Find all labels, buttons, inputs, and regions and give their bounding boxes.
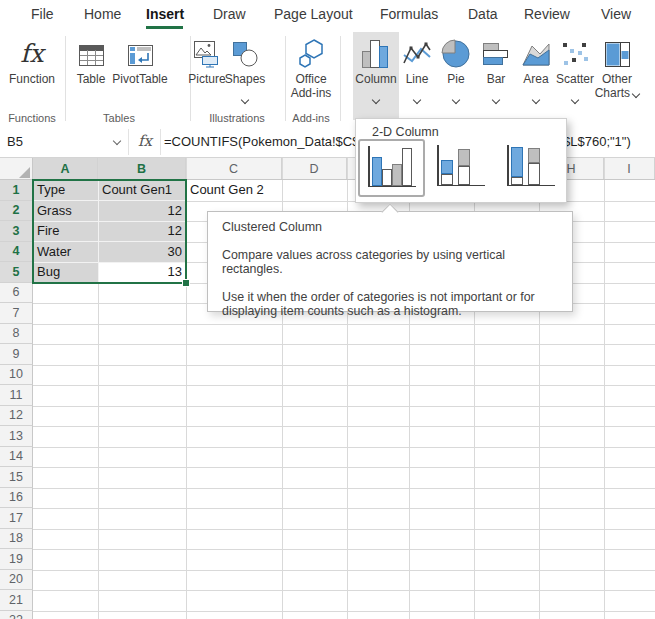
row-header-8[interactable]: 8 xyxy=(0,324,33,345)
100-percent-stacked-column-icon xyxy=(511,177,523,185)
row-header-21[interactable]: 21 xyxy=(0,590,33,611)
tab-view[interactable]: View xyxy=(601,6,631,22)
clustered-column-tooltip: Clustered Column Compare values across c… xyxy=(207,211,573,312)
row-header-4[interactable]: 4 xyxy=(0,242,33,263)
shapes-button[interactable]: Shapes xyxy=(226,32,264,118)
tab-page-layout[interactable]: Page Layout xyxy=(274,6,353,22)
gridline xyxy=(33,508,655,509)
group-label-tables: Tables xyxy=(103,112,135,124)
pie-chart-icon xyxy=(441,32,471,68)
insert-function-button[interactable]: fx xyxy=(138,132,152,150)
row-header-9[interactable]: 9 xyxy=(0,344,33,365)
ribbon-tab-bar: File Home Insert Draw Page Layout Formul… xyxy=(0,0,655,30)
tooltip-title: Clustered Column xyxy=(222,220,558,235)
button-label: PivotTable xyxy=(112,72,167,86)
tab-file[interactable]: File xyxy=(31,6,54,22)
row-header-3[interactable]: 3 xyxy=(0,221,33,242)
stacked-100-column-option[interactable] xyxy=(503,142,557,192)
formula-input-left[interactable]: =COUNTIFS(Pokemon_Data!$C$ xyxy=(164,134,359,149)
area-chart-icon xyxy=(521,32,551,68)
row-header-15[interactable]: 15 xyxy=(0,467,33,488)
picture-icon xyxy=(193,32,221,68)
tab-home[interactable]: Home xyxy=(84,6,121,22)
row-header-11[interactable]: 11 xyxy=(0,385,33,406)
chevron-down-icon xyxy=(414,89,420,107)
row-header-1[interactable]: 1 xyxy=(0,180,33,201)
office-addins-icon xyxy=(296,32,326,68)
clustered-column-option[interactable] xyxy=(358,139,425,197)
formula-bar-divider xyxy=(128,129,129,155)
row-header-13[interactable]: 13 xyxy=(0,426,33,447)
gridline xyxy=(33,570,655,571)
column-header-a[interactable]: A xyxy=(33,158,98,180)
row-header-2[interactable]: 2 xyxy=(0,201,33,222)
bar-chart-button[interactable]: Bar xyxy=(479,32,513,118)
row-header-18[interactable]: 18 xyxy=(0,529,33,550)
select-all-button[interactable] xyxy=(0,158,33,180)
row-header-6[interactable]: 6 xyxy=(0,283,33,304)
column-header-d[interactable]: D xyxy=(282,158,347,180)
tab-data[interactable]: Data xyxy=(468,6,498,22)
chevron-down-icon xyxy=(373,89,379,107)
shapes-icon xyxy=(231,32,259,68)
picture-button[interactable]: Picture xyxy=(186,32,228,118)
gridline xyxy=(33,529,655,530)
name-box-chevron-icon[interactable] xyxy=(113,137,121,145)
formula-input-right[interactable]: $L$760;"1") xyxy=(563,134,631,149)
row-header-16[interactable]: 16 xyxy=(0,488,33,509)
gridline xyxy=(33,488,655,489)
button-label: Function xyxy=(9,72,55,86)
column-header-c[interactable]: C xyxy=(186,158,282,180)
dropdown-section-title: 2-D Column xyxy=(372,125,439,139)
column-chart-icon xyxy=(361,32,391,68)
area-chart-button[interactable]: Area xyxy=(519,32,553,118)
column-chart-dropdown: 2-D Column xyxy=(355,118,567,203)
column-header-i[interactable]: I xyxy=(604,158,655,180)
office-addins-button[interactable]: Office Add-ins xyxy=(284,32,338,118)
row-header-10[interactable]: 10 xyxy=(0,365,33,386)
stacked-column-option[interactable] xyxy=(433,142,487,192)
row-header-19[interactable]: 19 xyxy=(0,549,33,570)
button-label: Column xyxy=(355,72,396,86)
row-header-20[interactable]: 20 xyxy=(0,570,33,591)
name-box[interactable]: B5 xyxy=(7,134,23,149)
other-charts-button[interactable]: Other Charts xyxy=(595,32,639,118)
button-label: Add-ins xyxy=(291,86,332,100)
pie-chart-button[interactable]: Pie xyxy=(439,32,473,118)
button-label: Shapes xyxy=(225,72,266,86)
chevron-down-icon xyxy=(632,90,640,98)
function-fx-icon: fx xyxy=(20,32,43,68)
row-header-17[interactable]: 17 xyxy=(0,508,33,529)
row-header-22[interactable]: 22 xyxy=(0,611,33,619)
select-all-icon xyxy=(19,167,30,178)
pivottable-button[interactable]: PivotTable xyxy=(114,32,166,118)
button-label: Table xyxy=(77,72,106,86)
row-header-7[interactable]: 7 xyxy=(0,303,33,324)
group-separator xyxy=(340,36,341,121)
table-button[interactable]: Table xyxy=(68,32,114,118)
tab-review[interactable]: Review xyxy=(524,6,570,22)
row-header-14[interactable]: 14 xyxy=(0,447,33,468)
tab-insert[interactable]: Insert xyxy=(146,6,184,22)
function-button[interactable]: fx Function xyxy=(2,32,62,118)
button-label: Picture xyxy=(188,72,225,86)
gridline xyxy=(33,549,655,550)
column-chart-button[interactable]: Column xyxy=(353,32,399,120)
table-icon xyxy=(78,32,105,68)
cell-c1[interactable]: Count Gen 2 xyxy=(190,180,264,200)
button-label: Other xyxy=(602,72,632,86)
button-label: Scatter xyxy=(556,72,594,86)
column-header-b[interactable]: B xyxy=(98,158,186,180)
tab-draw[interactable]: Draw xyxy=(213,6,246,22)
row-header-5[interactable]: 5 xyxy=(0,262,33,283)
chevron-down-icon xyxy=(242,89,248,107)
group-label-functions: Functions xyxy=(8,112,56,124)
fill-handle[interactable] xyxy=(182,279,190,287)
line-chart-icon xyxy=(402,32,432,68)
selection-border xyxy=(32,179,187,284)
scatter-chart-button[interactable]: Scatter xyxy=(555,32,595,118)
row-header-12[interactable]: 12 xyxy=(0,406,33,427)
tab-formulas[interactable]: Formulas xyxy=(380,6,438,22)
line-chart-button[interactable]: Line xyxy=(401,32,433,118)
button-label: Pie xyxy=(447,72,464,86)
